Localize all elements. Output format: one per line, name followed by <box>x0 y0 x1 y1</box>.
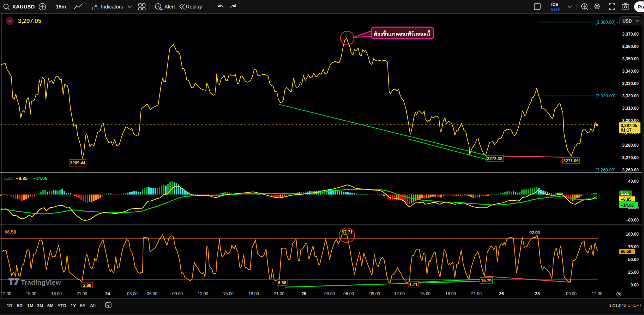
svg-text:12:00: 12:00 <box>394 291 405 296</box>
svg-text:25.00: 25.00 <box>628 270 639 275</box>
svg-text:15:00: 15:00 <box>223 291 234 296</box>
svg-text:3,340.00: 3,340.00 <box>622 69 639 74</box>
svg-text:1Y: 1Y <box>71 303 76 308</box>
svg-text:2.88: 2.88 <box>83 283 91 288</box>
svg-text:0.00: 0.00 <box>631 283 639 287</box>
svg-text:5D: 5D <box>17 303 23 308</box>
svg-text:(3,320.00) -: (3,320.00) - <box>595 93 618 98</box>
svg-text:12:13:42 UTC+7: 12:13:42 UTC+7 <box>609 303 642 308</box>
svg-text:21:00: 21:00 <box>77 291 87 296</box>
svg-text:50.00: 50.00 <box>628 257 639 262</box>
svg-text:15:00: 15:00 <box>26 291 36 296</box>
svg-text:09:00: 09:00 <box>172 291 183 296</box>
svg-text:5Y: 5Y <box>80 303 86 308</box>
svg-text:(3,260.00) -: (3,260.00) - <box>595 168 618 172</box>
svg-text:12:00: 12:00 <box>1 291 11 296</box>
svg-text:28: 28 <box>535 291 540 296</box>
svg-text:66.58: 66.58 <box>621 249 631 254</box>
svg-text:−80.00: −80.00 <box>626 218 639 223</box>
svg-text:3M: 3M <box>37 303 43 308</box>
svg-text:−14.06: −14.06 <box>33 176 47 181</box>
svg-text:(3,380.00) -: (3,380.00) - <box>595 20 618 25</box>
svg-text:09:00: 09:00 <box>369 291 380 296</box>
svg-text:3,270.00: 3,270.00 <box>622 155 639 160</box>
svg-text:06:00: 06:00 <box>147 291 157 296</box>
svg-text:3,320.00: 3,320.00 <box>622 93 639 98</box>
svg-text:97.71: 97.71 <box>342 230 353 235</box>
svg-text:6M: 6M <box>47 303 53 308</box>
svg-text:1M: 1M <box>27 303 33 308</box>
svg-text:40.00: 40.00 <box>628 179 639 184</box>
svg-text:15m: 15m <box>56 4 66 10</box>
svg-text:75.00: 75.00 <box>628 244 639 249</box>
svg-text:USD: USD <box>622 19 632 24</box>
svg-text:Save: Save <box>551 7 560 11</box>
svg-text:18:00: 18:00 <box>248 291 259 296</box>
svg-text:21:00: 21:00 <box>471 291 482 296</box>
svg-text:3,330.00: 3,330.00 <box>622 81 639 86</box>
svg-text:3272.38: 3272.38 <box>487 156 502 161</box>
svg-text:ICE: ICE <box>551 2 558 7</box>
svg-text:5.21: 5.21 <box>4 176 13 181</box>
svg-text:3,360.00: 3,360.00 <box>622 44 639 49</box>
svg-text:25: 25 <box>301 291 306 296</box>
svg-text:3,370.00: 3,370.00 <box>622 32 639 37</box>
svg-text:15:00: 15:00 <box>420 291 431 296</box>
svg-text:92.93: 92.93 <box>529 230 540 235</box>
svg-text:3,300.00: 3,300.00 <box>622 118 639 123</box>
svg-text:18:00: 18:00 <box>51 291 62 296</box>
svg-text:06:00: 06:00 <box>343 291 354 296</box>
svg-text:Alert: Alert <box>164 4 175 10</box>
svg-text:66.58: 66.58 <box>5 229 16 235</box>
svg-text:3,280.00: 3,280.00 <box>622 143 639 148</box>
svg-text:1D: 1D <box>7 303 12 308</box>
svg-text:18:00: 18:00 <box>445 291 456 296</box>
svg-text:21:00: 21:00 <box>274 291 284 296</box>
svg-text:3,350.00: 3,350.00 <box>622 56 639 61</box>
svg-text:YTD: YTD <box>58 303 66 308</box>
svg-text:15.79: 15.79 <box>481 278 492 283</box>
svg-text:24: 24 <box>105 291 110 296</box>
svg-text:Pub: Pub <box>638 4 644 10</box>
svg-text:All: All <box>90 303 96 308</box>
svg-text:26: 26 <box>499 291 504 296</box>
svg-text:Indicators: Indicators <box>101 4 123 10</box>
svg-text:XAUUSD: XAUUSD <box>12 4 35 10</box>
svg-text:1.71: 1.71 <box>409 282 418 287</box>
svg-text:6.66: 6.66 <box>278 280 287 285</box>
svg-text:−14.06: −14.06 <box>621 203 634 208</box>
svg-text:03:00: 03:00 <box>324 291 335 296</box>
svg-text:12:00: 12:00 <box>198 291 208 296</box>
svg-text:3,297.05: 3,297.05 <box>18 18 41 24</box>
svg-text:03:00: 03:00 <box>127 291 138 296</box>
svg-text:100.00: 100.00 <box>626 232 639 237</box>
svg-text:3,260.00: 3,260.00 <box>622 168 639 172</box>
svg-text:3,310.00: 3,310.00 <box>622 106 639 111</box>
svg-text:09:00: 09:00 <box>566 291 577 296</box>
svg-text:5.21: 5.21 <box>621 191 629 196</box>
svg-text:3269.44: 3269.44 <box>70 160 85 165</box>
svg-text:12:00: 12:00 <box>592 291 602 296</box>
svg-text:−8.85: −8.85 <box>621 197 632 202</box>
svg-text:3,297.05: 3,297.05 <box>621 123 637 128</box>
svg-text:TradingView: TradingView <box>21 279 61 286</box>
svg-text:3271.06: 3271.06 <box>563 158 579 163</box>
svg-text:≈: ≈ <box>8 18 11 24</box>
svg-text:01:17: 01:17 <box>621 128 632 133</box>
svg-text:−8.85: −8.85 <box>16 176 28 181</box>
svg-text:Replay: Replay <box>186 4 202 10</box>
